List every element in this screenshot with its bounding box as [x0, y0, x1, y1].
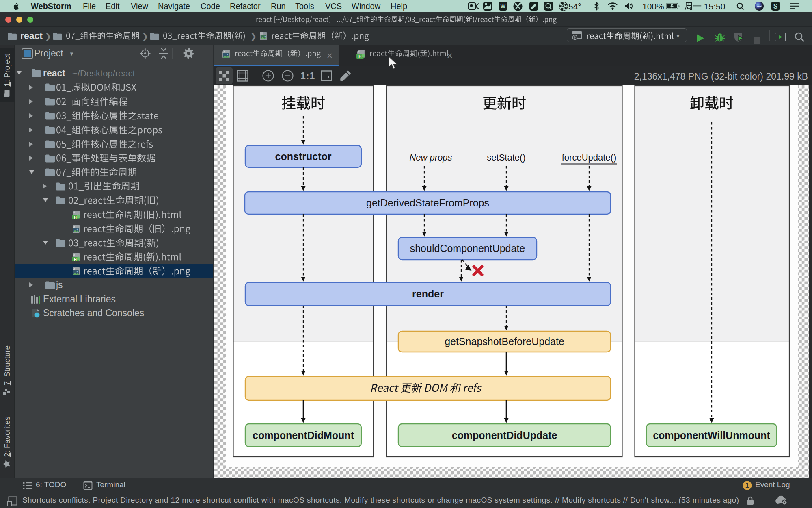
svg-text:H: H [74, 215, 77, 219]
svg-text:getDerivedStateFromProps: getDerivedStateFromProps [366, 197, 489, 208]
svg-text:setState(): setState() [487, 152, 525, 163]
svg-text:W: W [501, 3, 506, 9]
svg-text:getSnapshotBeforeUpdate: getSnapshotBeforeUpdate [445, 336, 564, 347]
svg-text:render: render [412, 288, 444, 300]
svg-text:forceUpdate(): forceUpdate() [562, 152, 617, 163]
svg-text:componentDidUpdate: componentDidUpdate [452, 430, 557, 441]
svg-text:componentDidMount: componentDidMount [253, 430, 354, 441]
svg-text:H: H [74, 257, 77, 261]
svg-text:shouldComponentUpdate: shouldComponentUpdate [410, 243, 525, 254]
svg-text:New props: New props [409, 152, 452, 163]
svg-text:componentWillUnmount: componentWillUnmount [653, 430, 770, 441]
svg-text:constructor: constructor [275, 151, 332, 162]
svg-text:H: H [358, 54, 361, 59]
svg-text:1: 1 [745, 482, 749, 489]
svg-text:S: S [773, 3, 778, 10]
